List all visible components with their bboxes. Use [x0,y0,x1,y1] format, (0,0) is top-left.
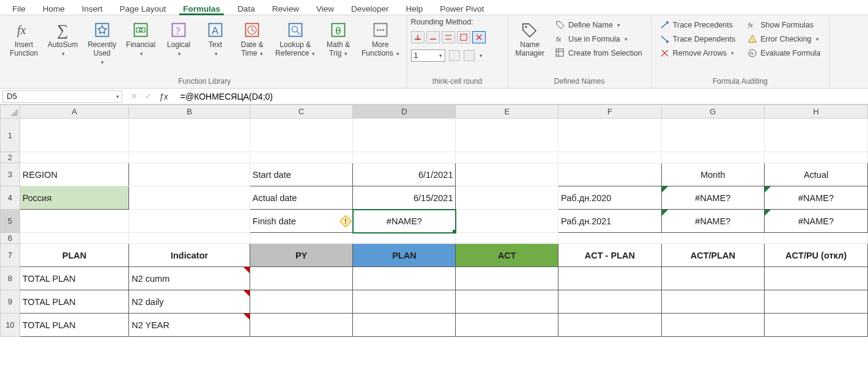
cell-E5[interactable] [456,210,558,233]
cell-E1[interactable] [456,119,558,152]
cell-G4[interactable]: #NAME? [661,186,764,210]
logical-button[interactable]: ? Logical▾ [161,18,196,61]
col-header-A[interactable]: A [20,105,128,119]
remove-arrows-button[interactable]: Remove Arrows▾ [658,47,738,59]
cell-F6[interactable] [558,233,662,244]
row-header-10[interactable]: 10 [1,314,20,337]
cell-G1[interactable] [661,119,764,152]
cell-E9[interactable] [456,290,558,314]
cell-C6[interactable] [250,233,352,244]
cell-C2[interactable] [250,152,352,163]
cell-F10[interactable] [558,314,662,337]
row-header-6[interactable]: 6 [1,233,20,244]
tc-mode-5[interactable] [472,31,486,43]
math-button[interactable]: θ Math &Trig ▾ [321,18,355,61]
cell-H6[interactable] [765,233,868,244]
cell-H7[interactable]: ACT/PU (откл) [765,244,868,267]
cell-H5[interactable]: #NAME? [765,210,868,233]
show-formulas-button[interactable]: fx Show Formulas [745,19,823,31]
cancel-formula-button[interactable]: ✕ [131,92,138,101]
cell-G8[interactable] [661,267,764,290]
tc-mode-2[interactable] [426,31,440,43]
cell-A8[interactable]: TOTAL PLAN [20,267,128,290]
col-header-E[interactable]: E [456,105,558,119]
cell-B7[interactable]: Indicator [129,244,250,267]
cell-D10[interactable] [353,314,456,337]
name-box[interactable]: D5▾ [2,90,122,103]
cell-F7[interactable]: ACT - PLAN [558,244,662,267]
row-header-3[interactable]: 3 [1,163,20,186]
cell-B9[interactable]: N2 daily [129,290,250,314]
cell-F8[interactable] [558,267,662,290]
tab-review[interactable]: Review [264,2,308,15]
tab-pagelayout[interactable]: Page Layout [111,2,175,15]
tc-mode-3[interactable] [442,31,455,43]
tab-powerpivot[interactable]: Power Pivot [431,2,492,15]
name-manager-button[interactable]: NameManager [512,18,548,61]
cell-H8[interactable] [765,267,868,290]
row-header-5[interactable]: 5 [1,210,20,233]
cell-E8[interactable] [456,267,558,290]
col-header-D[interactable]: D [353,105,456,119]
cell-H4[interactable]: #NAME? [765,186,868,210]
cell-G7[interactable]: ACT/PLAN [661,244,764,267]
cell-A5[interactable] [20,210,128,233]
cell-E7[interactable]: ACT [456,244,558,267]
cell-A6[interactable] [20,233,128,244]
tab-home[interactable]: Home [34,2,73,15]
cell-C8[interactable] [250,267,352,290]
tc-mode-1[interactable] [411,31,425,43]
cell-E3[interactable] [456,163,558,186]
row-header-1[interactable]: 1 [1,119,20,152]
cell-G5[interactable]: #NAME? [661,210,764,233]
tc-opt-a[interactable] [449,50,460,61]
cell-G3[interactable]: Month [661,163,764,186]
col-header-C[interactable]: C [250,105,352,119]
tab-insert[interactable]: Insert [73,2,111,15]
cell-C1[interactable] [250,119,352,152]
cell-F5[interactable]: Раб.дн.2021 [558,210,662,233]
text-button[interactable]: A Text▾ [198,18,232,61]
error-indicator-icon[interactable] [339,215,352,227]
recently-used-button[interactable]: RecentlyUsed▾ [84,18,120,68]
cell-A3[interactable]: REGION [20,163,128,186]
cell-A10[interactable]: TOTAL PLAN [20,314,128,337]
cell-D5[interactable]: #NAME? [353,210,456,233]
cell-E6[interactable] [456,233,558,244]
row-header-9[interactable]: 9 [1,290,20,314]
cell-A1[interactable] [20,119,128,152]
tab-data[interactable]: Data [229,2,264,15]
cell-C4[interactable]: Actual date [250,186,352,210]
cell-E4[interactable] [456,186,558,210]
cell-B4[interactable] [129,186,250,210]
cell-B5[interactable] [129,210,250,233]
cell-B1[interactable] [129,119,250,152]
cell-G9[interactable] [661,290,764,314]
cell-D3[interactable]: 6/1/2021 [353,163,456,186]
error-checking-button[interactable]: ! Error Checking▾ [745,33,823,45]
cell-E2[interactable] [456,152,558,163]
row-header-7[interactable]: 7 [1,244,20,267]
define-name-button[interactable]: Define Name▾ [553,19,645,31]
cell-F2[interactable] [558,152,662,163]
cell-H2[interactable] [765,152,868,163]
tab-file[interactable]: File [4,2,34,15]
row-header-8[interactable]: 8 [1,267,20,290]
cell-C5[interactable]: Finish date [250,210,352,233]
cell-G2[interactable] [661,152,764,163]
cell-B3[interactable] [129,163,250,186]
row-header-4[interactable]: 4 [1,186,20,210]
cell-D8[interactable] [353,267,456,290]
datetime-button[interactable]: Date &Time ▾ [235,18,269,61]
tc-precision-input[interactable]: 1▾ [411,50,445,62]
trace-dependents-button[interactable]: Trace Dependents [658,33,738,45]
col-header-G[interactable]: G [661,105,764,119]
financial-button[interactable]: Financial▾ [122,18,159,61]
cell-B2[interactable] [129,152,250,163]
lookup-button[interactable]: Lookup &Reference ▾ [272,18,319,61]
cell-A4[interactable]: Россия▾ [20,186,128,210]
cell-A7[interactable]: PLAN [20,244,128,267]
row-header-2[interactable]: 2 [1,152,20,163]
tc-opt-b[interactable] [464,50,475,61]
cell-B10[interactable]: N2 YEAR [129,314,250,337]
